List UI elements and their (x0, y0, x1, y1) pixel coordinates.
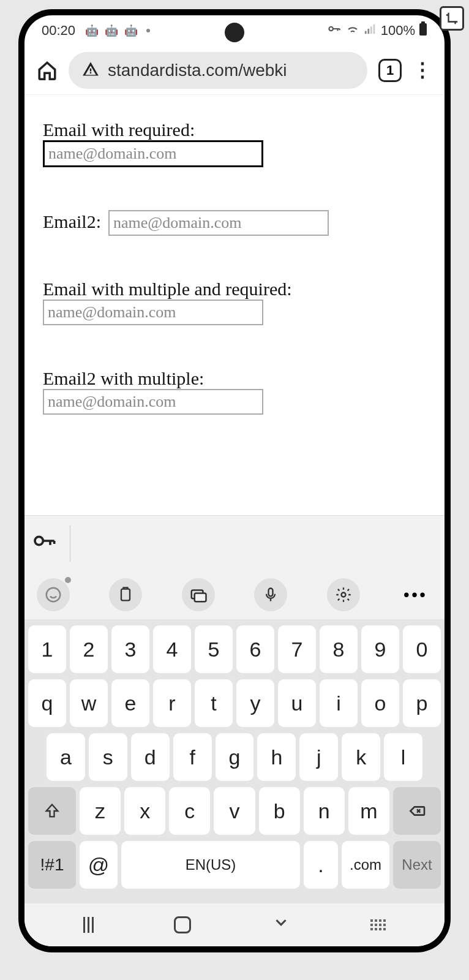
key-3[interactable]: 3 (111, 625, 149, 673)
kb-row-numbers: 1 2 3 4 5 6 7 8 9 0 (28, 625, 441, 673)
key-a[interactable]: a (47, 733, 85, 781)
menu-button[interactable]: ⋮ (413, 61, 432, 79)
camera-notch (225, 23, 244, 42)
key-x[interactable]: x (124, 787, 165, 835)
svg-rect-5 (419, 23, 427, 36)
key-5[interactable]: 5 (195, 625, 233, 673)
key-n[interactable]: n (304, 787, 345, 835)
app-icon-3: 🤖 (124, 24, 138, 37)
email-multiple-required-input[interactable] (43, 300, 263, 325)
kb-row-mid: a s d f g h j k l (28, 733, 441, 781)
key-next[interactable]: Next (393, 841, 441, 889)
kb-row-top: q w e r t y u i o p (28, 679, 441, 727)
key-e[interactable]: e (111, 679, 149, 727)
keyboard-mode-button[interactable] (182, 578, 215, 611)
vpn-key-icon (326, 21, 342, 40)
keyboard: 1 2 3 4 5 6 7 8 9 0 q w e r t y u i o (24, 619, 445, 903)
svg-rect-12 (269, 589, 273, 597)
email2-multiple-input[interactable] (43, 389, 263, 415)
key-t[interactable]: t (195, 679, 233, 727)
clipboard-button[interactable] (109, 578, 142, 611)
email-required-input[interactable] (43, 140, 263, 167)
url-text: standardista.com/webki (108, 61, 287, 80)
key-0[interactable]: 0 (403, 625, 441, 673)
key-shift[interactable] (28, 787, 76, 835)
battery-icon (419, 21, 427, 40)
key-com[interactable]: .com (342, 841, 389, 889)
voice-button[interactable] (254, 578, 287, 611)
key-b[interactable]: b (259, 787, 300, 835)
address-bar[interactable]: standardista.com/webki (69, 52, 367, 89)
email2-input[interactable] (108, 210, 329, 236)
svg-point-13 (341, 593, 345, 597)
kb-row-bot: z x c v b n m (28, 787, 441, 835)
key-p[interactable]: p (403, 679, 441, 727)
key-r[interactable]: r (153, 679, 191, 727)
app-icon-2: 🤖 (105, 24, 118, 37)
nav-back-button[interactable] (272, 913, 290, 937)
key-k[interactable]: k (342, 733, 380, 781)
key-1[interactable]: 1 (28, 625, 66, 673)
keyboard-toolbar: ••• (24, 570, 445, 619)
navigation-bar (24, 903, 445, 946)
svg-rect-11 (195, 594, 206, 602)
svg-rect-3 (370, 26, 372, 34)
key-h[interactable]: h (257, 733, 296, 781)
tabs-button[interactable]: 1 (378, 59, 402, 82)
key-period[interactable]: . (304, 841, 338, 889)
settings-button[interactable] (327, 578, 360, 611)
toolbar-more-button[interactable]: ••• (399, 578, 432, 611)
field3-label: Email with multiple and required: (43, 279, 292, 299)
battery-percent: 100% (381, 23, 415, 39)
key-q[interactable]: q (28, 679, 66, 727)
key-7[interactable]: 7 (278, 625, 316, 673)
key-f[interactable]: f (173, 733, 212, 781)
key-9[interactable]: 9 (361, 625, 399, 673)
svg-point-7 (35, 537, 43, 545)
key-4[interactable]: 4 (153, 625, 191, 673)
field1-label: Email with required: (43, 119, 195, 140)
key-g[interactable]: g (216, 733, 254, 781)
password-suggest-strip (24, 515, 445, 570)
page-content[interactable]: Email with required: Email2: Email with … (24, 95, 445, 515)
key-m[interactable]: m (348, 787, 389, 835)
key-y[interactable]: y (236, 679, 274, 727)
key-8[interactable]: 8 (320, 625, 358, 673)
key-l[interactable]: l (384, 733, 422, 781)
key-6[interactable]: 6 (236, 625, 274, 673)
svg-point-0 (329, 27, 333, 31)
svg-rect-2 (367, 29, 369, 34)
key-s[interactable]: s (89, 733, 127, 781)
key-u[interactable]: u (278, 679, 316, 727)
key-symbols[interactable]: !#1 (28, 841, 76, 889)
svg-rect-4 (373, 24, 375, 34)
key-backspace[interactable] (393, 787, 441, 835)
key-z[interactable]: z (80, 787, 121, 835)
browser-toolbar: standardista.com/webki 1 ⋮ (24, 46, 445, 95)
svg-rect-1 (365, 31, 367, 34)
phone-frame: 00:20 🤖 🤖 🤖 100% (18, 9, 451, 952)
more-notifications-dot (146, 29, 150, 32)
key-c[interactable]: c (169, 787, 210, 835)
key-d[interactable]: d (131, 733, 170, 781)
screen: 00:20 🤖 🤖 🤖 100% (24, 15, 445, 946)
key-o[interactable]: o (361, 679, 399, 727)
app-icon-1: 🤖 (85, 24, 99, 37)
signal-icon (364, 22, 377, 39)
key-v[interactable]: v (214, 787, 255, 835)
field4-label: Email2 with multiple: (43, 368, 204, 388)
nav-recents-button[interactable] (83, 917, 94, 933)
key-2[interactable]: 2 (70, 625, 108, 673)
password-key-icon[interactable] (32, 529, 56, 558)
wifi-icon (345, 21, 360, 40)
home-button[interactable] (37, 60, 58, 81)
field2-label: Email2: (43, 211, 101, 232)
key-w[interactable]: w (70, 679, 108, 727)
key-space[interactable]: EN(US) (121, 841, 300, 889)
key-i[interactable]: i (320, 679, 358, 727)
emoji-button[interactable] (37, 578, 70, 611)
key-at[interactable]: @ (80, 841, 118, 889)
key-j[interactable]: j (299, 733, 338, 781)
nav-home-button[interactable] (174, 916, 191, 933)
nav-keyboard-collapse-button[interactable] (370, 919, 386, 930)
